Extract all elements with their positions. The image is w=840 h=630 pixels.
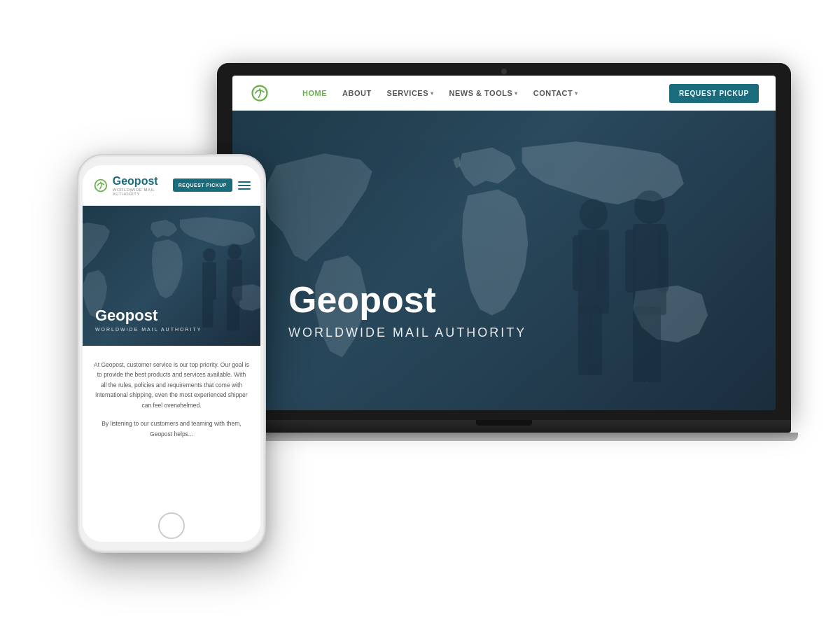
phone-request-pickup-button[interactable]: REQUEST PICKUP	[173, 178, 232, 192]
svg-point-0	[253, 86, 267, 101]
phone-hero-content: Geopost WORLDWIDE MAIL AUTHORITY	[95, 307, 202, 332]
phone-home-button[interactable]	[158, 512, 185, 539]
phone-logo-text: Geopost WORLDWIDE MAIL AUTHORITY	[113, 175, 173, 196]
phone-navbar: Geopost WORLDWIDE MAIL AUTHORITY REQUEST…	[83, 165, 260, 206]
phone-screen: Geopost WORLDWIDE MAIL AUTHORITY REQUEST…	[83, 165, 260, 542]
geopost-logo-icon	[249, 83, 270, 104]
phone-hero: Geopost WORLDWIDE MAIL AUTHORITY	[83, 206, 260, 346]
laptop-device: HOME ABOUT SERVICES ▾ NEWS & TOOLS ▾ CON…	[217, 63, 791, 455]
svg-rect-21	[233, 297, 239, 331]
phone-power-button	[265, 239, 266, 281]
laptop-hero-overlay	[232, 111, 776, 410]
svg-rect-19	[227, 260, 242, 301]
nav-link-news[interactable]: NEWS & TOOLS ▾	[449, 89, 518, 97]
phone-website: Geopost WORLDWIDE MAIL AUTHORITY REQUEST…	[83, 165, 260, 542]
laptop-screen: HOME ABOUT SERVICES ▾ NEWS & TOOLS ▾ CON…	[232, 76, 776, 410]
phone-hamburger-menu[interactable]	[238, 181, 251, 190]
phone-logo-area: Geopost WORLDWIDE MAIL AUTHORITY	[92, 175, 173, 196]
laptop-body: HOME ABOUT SERVICES ▾ NEWS & TOOLS ▾ CON…	[217, 63, 791, 420]
scene: HOME ABOUT SERVICES ▾ NEWS & TOOLS ▾ CON…	[35, 35, 805, 595]
laptop-logo	[249, 83, 274, 104]
laptop-nav-links: HOME ABOUT SERVICES ▾ NEWS & TOOLS ▾ CON…	[302, 89, 669, 97]
nav-link-services[interactable]: SERVICES ▾	[387, 89, 434, 97]
nav-link-about[interactable]: ABOUT	[342, 89, 372, 97]
laptop-hero: Geopost WORLDWIDE MAIL AUTHORITY	[232, 111, 776, 410]
phone-vol-down-button	[77, 301, 78, 336]
laptop-hero-title: Geopost	[288, 280, 526, 320]
svg-point-18	[227, 244, 241, 260]
laptop-hero-subtitle: WORLDWIDE MAIL AUTHORITY	[288, 326, 526, 340]
hamburger-line-1	[238, 181, 251, 183]
svg-rect-20	[227, 297, 233, 331]
phone-hero-title: Geopost	[95, 307, 202, 324]
svg-point-14	[203, 248, 216, 262]
phone-body: Geopost WORLDWIDE MAIL AUTHORITY REQUEST…	[77, 154, 266, 553]
phone-logo-icon	[92, 176, 109, 195]
phone-paragraph-1: At Geopost, customer service is our top …	[94, 360, 249, 410]
svg-point-13	[95, 179, 107, 191]
laptop-hero-text: Geopost WORLDWIDE MAIL AUTHORITY	[288, 280, 526, 340]
svg-rect-16	[202, 296, 208, 328]
laptop-bottom-edge	[210, 433, 798, 441]
nav-link-contact[interactable]: CONTACT ▾	[533, 89, 578, 97]
svg-rect-15	[202, 262, 216, 300]
phone-mute-button	[77, 225, 78, 246]
laptop-base	[217, 420, 791, 433]
phone-paragraph-2: By listening to our customers and teamin…	[94, 419, 249, 439]
phone-hero-subtitle: WORLDWIDE MAIL AUTHORITY	[95, 327, 202, 332]
laptop-hinge	[476, 420, 532, 426]
svg-rect-17	[207, 296, 213, 328]
phone-vol-up-button	[77, 257, 78, 292]
laptop-request-pickup-button[interactable]: REQUEST PICKUP	[669, 84, 759, 103]
hamburger-line-3	[238, 188, 251, 190]
phone-device: Geopost WORLDWIDE MAIL AUTHORITY REQUEST…	[77, 154, 266, 553]
hamburger-line-2	[238, 185, 251, 186]
laptop-navbar: HOME ABOUT SERVICES ▾ NEWS & TOOLS ▾ CON…	[232, 76, 776, 111]
laptop-camera	[501, 69, 507, 74]
nav-link-home[interactable]: HOME	[302, 89, 327, 97]
